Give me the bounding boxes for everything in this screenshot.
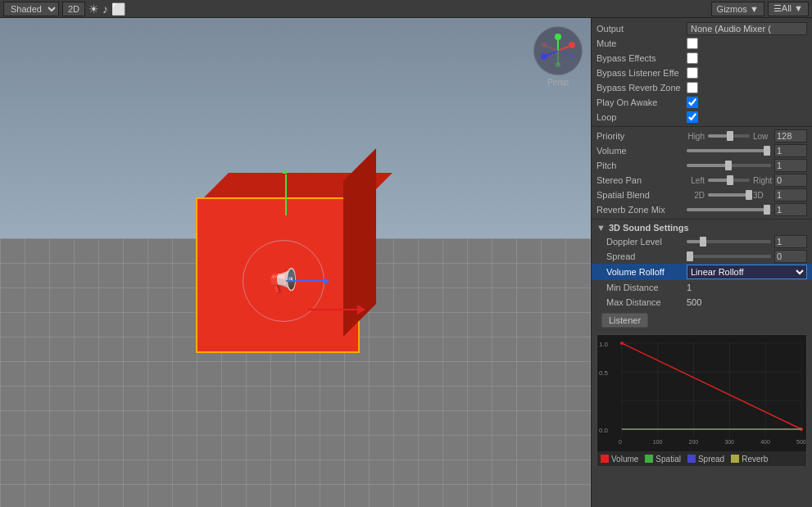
svg-text:300: 300 (724, 439, 734, 445)
effects-icon: ⬜ (111, 2, 125, 16)
volume-rolloff-row: Volume Rolloff Linear Rolloff Logarithmi… (592, 264, 812, 280)
pitch-row: Pitch (592, 158, 812, 173)
mute-label: Mute (597, 38, 687, 48)
volume-input[interactable] (774, 144, 807, 157)
stereo-pan-input[interactable] (774, 174, 807, 187)
priority-high-label: High (687, 132, 705, 141)
cube-container: 📢 (179, 173, 376, 353)
bypass-effects-checkbox[interactable] (687, 52, 698, 64)
svg-text:1.0: 1.0 (599, 341, 609, 348)
bypass-effects-row: Bypass Effects (592, 51, 812, 66)
gizmos-button[interactable]: Gizmos ▼ (711, 2, 764, 16)
max-distance-row: Max Distance 500 (592, 295, 812, 310)
svg-point-7 (542, 43, 547, 48)
svg-point-5 (541, 53, 547, 60)
2d-toggle-button[interactable]: 2D (62, 2, 85, 16)
play-on-awake-row: Play On Awake (592, 95, 812, 110)
legend-spread-label: Spread (698, 455, 724, 464)
priority-low-label: Low (753, 132, 771, 141)
legend-spread: Spread (687, 455, 724, 464)
right-panel: Output None (Audio Mixer ( Mute Bypass E… (591, 18, 812, 507)
mute-row: Mute (592, 36, 812, 51)
spread-input[interactable] (774, 250, 807, 263)
mute-checkbox[interactable] (687, 38, 698, 49)
top-toolbar: Shaded 2D ☀ ♪ ⬜ Gizmos ▼ ☰All ▼ (0, 0, 812, 18)
doppler-input[interactable] (774, 235, 807, 248)
output-row: Output None (Audio Mixer ( (592, 21, 812, 36)
spatial-blend-label: Spatial Blend (597, 190, 687, 200)
legend-spatial: Spatial (645, 455, 681, 464)
output-label: Output (597, 24, 687, 34)
all-dropdown-button[interactable]: ☰All ▼ (768, 2, 809, 16)
legend-reverb: Reverb (731, 455, 768, 464)
loop-row: Loop (592, 110, 812, 124)
spread-slider[interactable] (687, 255, 771, 258)
stereo-pan-label: Stereo Pan (597, 175, 687, 185)
svg-point-9 (556, 62, 560, 67)
arrow-shaft (308, 309, 357, 310)
svg-text:0.0: 0.0 (599, 427, 609, 434)
spread-row: Spread (592, 249, 812, 264)
spatial-blend-slider[interactable] (708, 193, 750, 197)
viewport[interactable]: 📢 (0, 18, 591, 507)
svg-point-3 (555, 34, 561, 40)
pitch-slider-container (687, 159, 807, 172)
doppler-slider[interactable] (687, 240, 771, 243)
output-value: None (Audio Mixer ( (687, 22, 807, 35)
bypass-listener-row: Bypass Listener Effe (592, 66, 812, 80)
audio-icon: ♪ (102, 2, 108, 16)
pitch-slider[interactable] (687, 164, 771, 167)
min-distance-label: Min Distance (597, 283, 687, 292)
bypass-reverb-label: Bypass Reverb Zone (597, 83, 687, 93)
priority-slider-container: High Low (687, 129, 807, 143)
spatial-2d-label: 2D (687, 191, 705, 200)
listener-row: Listener (592, 310, 812, 331)
reverb-mix-input[interactable] (774, 203, 807, 216)
section-collapse-icon: ▼ (597, 223, 606, 233)
bypass-listener-label: Bypass Listener Effe (597, 68, 687, 78)
bypass-reverb-checkbox[interactable] (687, 82, 698, 93)
shading-mode-select[interactable]: Shaded (3, 2, 59, 16)
spatial-blend-slider-container: 2D 3D (687, 188, 807, 201)
stereo-pan-slider[interactable] (708, 179, 750, 182)
red-cube: 📢 (179, 173, 376, 353)
svg-rect-36 (731, 455, 739, 463)
sound-settings-label: 3D Sound Settings (609, 223, 689, 233)
play-on-awake-checkbox[interactable] (687, 97, 698, 108)
gizmo-circle (533, 26, 583, 75)
svg-text:0: 0 (619, 439, 622, 445)
gizmo-svg (538, 30, 578, 71)
priority-input[interactable] (774, 129, 807, 143)
gizmo[interactable]: Persp (533, 26, 583, 75)
min-distance-row: Min Distance 1 (592, 280, 812, 295)
volume-rolloff-select[interactable]: Linear Rolloff Logarithmic Rolloff Custo… (687, 265, 807, 279)
legend-spatial-label: Spatial (655, 455, 681, 464)
volume-slider[interactable] (687, 149, 771, 152)
reverb-mix-row: Reverb Zone Mix (592, 202, 812, 217)
legend-reverb-label: Reverb (742, 455, 768, 464)
min-distance-value: 1 (687, 283, 692, 292)
sound-settings-header[interactable]: ▼ 3D Sound Settings (592, 221, 812, 234)
stereo-left-label: Left (687, 176, 705, 185)
spatial-blend-input[interactable] (774, 188, 807, 201)
spatial-3d-label: 3D (753, 191, 771, 200)
doppler-row: Doppler Level (592, 234, 812, 249)
svg-rect-34 (645, 455, 653, 463)
reverb-mix-slider[interactable] (687, 208, 771, 211)
reverb-mix-label: Reverb Zone Mix (597, 205, 687, 215)
pitch-label: Pitch (597, 161, 687, 170)
reverb-mix-slider-container (687, 203, 807, 216)
svg-text:400: 400 (760, 439, 770, 445)
bypass-listener-checkbox[interactable] (687, 67, 698, 79)
loop-label: Loop (597, 112, 687, 122)
volume-rolloff-label: Volume Rolloff (597, 267, 687, 277)
play-on-awake-label: Play On Awake (597, 97, 687, 107)
cube-front-face: 📢 (196, 197, 360, 353)
listener-button[interactable]: Listener (601, 313, 648, 328)
priority-slider[interactable] (708, 134, 750, 138)
graph-legend: Volume Spatial Spread Reverb (597, 451, 806, 466)
pitch-input[interactable] (774, 159, 807, 172)
priority-row: Priority High Low (592, 129, 812, 143)
spatial-legend-icon (645, 455, 653, 463)
loop-checkbox[interactable] (687, 111, 698, 123)
